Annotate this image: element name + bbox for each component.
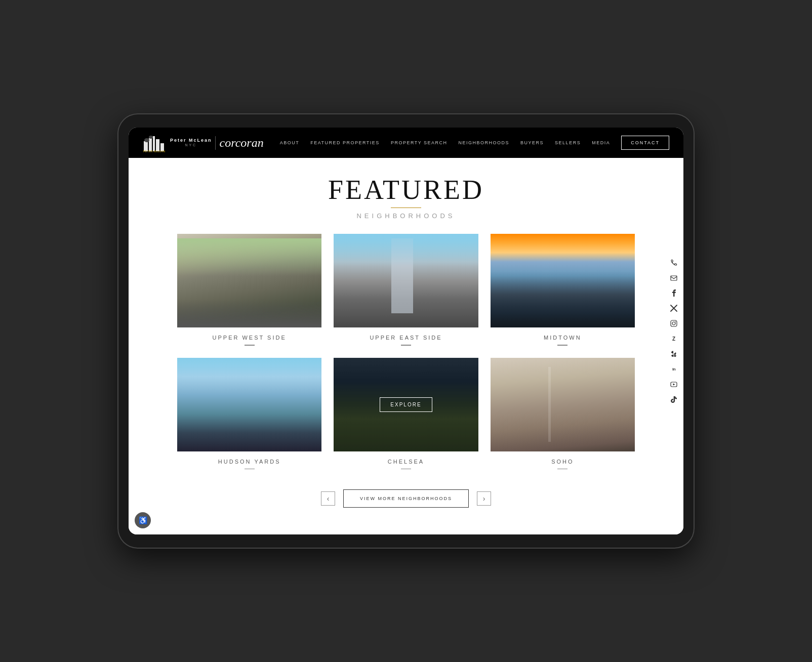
neighborhood-card-soho[interactable]: SOHO bbox=[491, 358, 635, 470]
view-more-section: ‹ VIEW MORE NEIGHBORHOODS › bbox=[129, 479, 683, 522]
accessibility-icon: ♿ bbox=[139, 516, 147, 525]
navigation: PETER McLEAN NYC Peter McLean NYC corcor… bbox=[129, 128, 683, 158]
nav-neighborhoods[interactable]: NEIGHBORHOODS bbox=[459, 140, 510, 145]
neighborhood-card-hudson-yards[interactable]: HUDSON YARDS bbox=[177, 358, 321, 470]
facebook-icon[interactable] bbox=[669, 288, 678, 298]
card-dash-hudson-yards bbox=[245, 469, 255, 470]
nav-about[interactable]: ABOUT bbox=[280, 140, 300, 145]
explore-overlay: EXPLORE bbox=[334, 358, 478, 451]
corcoran-logo: corcoran bbox=[215, 136, 264, 150]
phone-icon[interactable] bbox=[669, 258, 678, 267]
main-content: FEATURED NEIGHBORHOODS UPPER WEST SIDE bbox=[129, 158, 683, 534]
card-dash-soho bbox=[557, 469, 567, 470]
prev-arrow-button[interactable]: ‹ bbox=[321, 491, 335, 506]
nav-featured-properties[interactable]: FEATURED PROPERTIES bbox=[310, 140, 380, 145]
card-image-soho bbox=[491, 358, 635, 451]
page-subtitle: NEIGHBORHOODS bbox=[129, 212, 683, 220]
svg-rect-10 bbox=[671, 320, 677, 326]
pm-logo-icon: PETER McLEAN NYC bbox=[143, 133, 165, 152]
next-arrow-button[interactable]: › bbox=[477, 491, 491, 506]
neighborhood-card-midtown[interactable]: MIDTOWN bbox=[491, 234, 635, 346]
nav-property-search[interactable]: PROPERTY SEARCH bbox=[391, 140, 448, 145]
card-image-upper-west-side bbox=[177, 234, 321, 327]
view-more-button[interactable]: VIEW MORE NEIGHBORHOODS bbox=[343, 489, 469, 508]
yelp-icon[interactable] bbox=[669, 349, 678, 358]
card-dash-upper-west-side bbox=[245, 345, 255, 346]
youtube-icon[interactable] bbox=[669, 380, 678, 389]
page-header: FEATURED NEIGHBORHOODS bbox=[129, 158, 683, 234]
card-dash-midtown bbox=[557, 345, 567, 346]
card-image-upper-east-side bbox=[334, 234, 478, 327]
zillow-icon[interactable]: Z bbox=[669, 334, 678, 343]
nav-links: ABOUT FEATURED PROPERTIES PROPERTY SEARC… bbox=[280, 136, 669, 150]
card-image-midtown bbox=[491, 234, 635, 327]
svg-point-6 bbox=[149, 136, 153, 139]
contact-button[interactable]: CONTACT bbox=[621, 136, 669, 150]
tiktok-icon[interactable] bbox=[669, 395, 678, 404]
card-dash-chelsea bbox=[401, 469, 411, 470]
email-icon[interactable] bbox=[669, 273, 678, 282]
neighborhood-label-midtown: MIDTOWN bbox=[544, 335, 582, 341]
twitter-x-icon[interactable] bbox=[669, 304, 678, 313]
neighborhood-label-hudson-yards: HUDSON YARDS bbox=[218, 459, 281, 465]
brand-subtitle: NYC bbox=[170, 143, 212, 147]
neighborhood-label-chelsea: CHELSEA bbox=[388, 459, 424, 465]
neighborhood-label-upper-east-side: UPPER EAST SIDE bbox=[370, 335, 442, 341]
neighborhood-card-chelsea[interactable]: EXPLORE CHELSEA bbox=[334, 358, 478, 470]
explore-button[interactable]: EXPLORE bbox=[380, 397, 432, 412]
svg-point-5 bbox=[144, 138, 149, 142]
neighborhood-card-upper-east-side[interactable]: UPPER EAST SIDE bbox=[334, 234, 478, 346]
neighborhood-label-soho: SOHO bbox=[551, 459, 574, 465]
logo-area[interactable]: PETER McLEAN NYC Peter McLean NYC corcor… bbox=[143, 133, 264, 152]
neighborhoods-grid: UPPER WEST SIDE UPPER EAST SIDE bbox=[153, 234, 659, 479]
svg-rect-9 bbox=[671, 276, 677, 280]
neighborhood-label-upper-west-side: UPPER WEST SIDE bbox=[213, 335, 287, 341]
accessibility-button[interactable]: ♿ bbox=[135, 512, 151, 528]
svg-point-12 bbox=[675, 321, 676, 322]
tablet-screen: PETER McLEAN NYC Peter McLean NYC corcor… bbox=[129, 128, 683, 534]
brand-name: Peter McLean bbox=[170, 138, 212, 143]
instagram-icon[interactable] bbox=[669, 319, 678, 328]
nav-media[interactable]: MEDIA bbox=[592, 140, 610, 145]
svg-text:PETER McLEAN: PETER McLEAN bbox=[143, 150, 165, 152]
social-sidebar: Z in bbox=[669, 258, 678, 404]
page-title: FEATURED bbox=[129, 176, 683, 203]
linkedin-icon[interactable]: in bbox=[669, 364, 678, 374]
card-image-hudson-yards bbox=[177, 358, 321, 451]
svg-rect-2 bbox=[153, 136, 155, 151]
tablet-frame: PETER McLEAN NYC Peter McLean NYC corcor… bbox=[117, 113, 695, 549]
card-image-chelsea: EXPLORE bbox=[334, 358, 478, 451]
title-divider bbox=[391, 208, 421, 208]
nav-sellers[interactable]: SELLERS bbox=[555, 140, 581, 145]
nav-buyers[interactable]: BUYERS bbox=[520, 140, 544, 145]
neighborhood-card-upper-west-side[interactable]: UPPER WEST SIDE bbox=[177, 234, 321, 346]
svg-point-11 bbox=[672, 322, 675, 325]
card-dash-upper-east-side bbox=[401, 345, 411, 346]
